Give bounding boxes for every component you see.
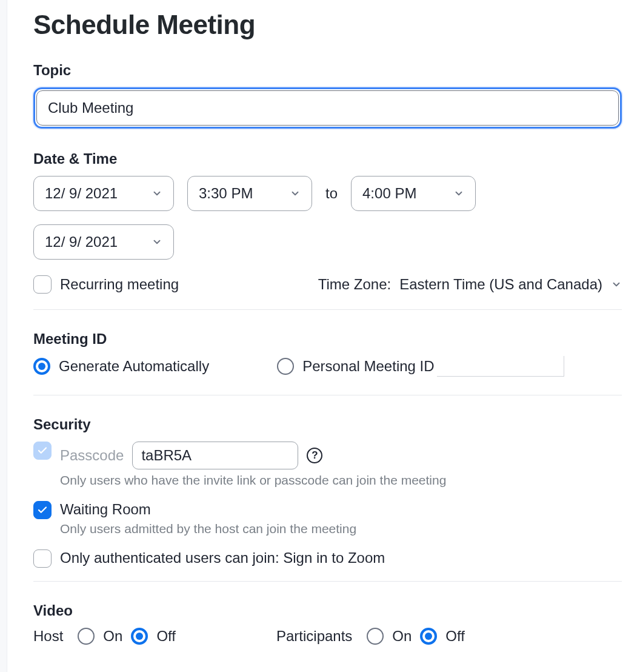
host-video-off-radio[interactable] bbox=[131, 628, 148, 645]
participants-video-off-radio[interactable] bbox=[420, 628, 437, 645]
topic-input-focus-ring bbox=[33, 87, 622, 129]
timezone-value: Eastern Time (US and Canada) bbox=[399, 276, 602, 293]
recurring-label: Recurring meeting bbox=[60, 276, 179, 293]
passcode-input[interactable] bbox=[132, 442, 298, 469]
window-left-edge bbox=[0, 0, 7, 663]
waiting-room-checkbox[interactable] bbox=[33, 501, 52, 519]
start-date-picker[interactable]: 12/ 9/ 2021 bbox=[33, 176, 174, 211]
security-label: Security bbox=[33, 416, 622, 433]
participants-video-on-label: On bbox=[392, 628, 412, 645]
start-date-value: 12/ 9/ 2021 bbox=[45, 185, 118, 202]
start-time-picker[interactable]: 3:30 PM bbox=[187, 176, 312, 211]
chevron-down-icon bbox=[290, 188, 301, 199]
recurring-meeting-option: Recurring meeting bbox=[33, 275, 179, 294]
host-video-on-label: On bbox=[103, 628, 122, 645]
participants-video-group: Participants On Off bbox=[276, 628, 465, 645]
generate-auto-radio[interactable] bbox=[33, 358, 50, 375]
chevron-down-icon bbox=[152, 188, 162, 199]
divider bbox=[33, 581, 622, 582]
personal-meeting-id-value bbox=[437, 356, 564, 377]
timezone-label: Time Zone: bbox=[318, 276, 391, 293]
host-video-on-radio[interactable] bbox=[78, 628, 95, 645]
host-video-group: Host On Off bbox=[33, 628, 176, 645]
generate-auto-label: Generate Automatically bbox=[59, 358, 209, 375]
end-time-value: 4:00 PM bbox=[362, 185, 416, 202]
passcode-label: Passcode bbox=[60, 447, 124, 464]
passcode-checkbox[interactable] bbox=[33, 442, 52, 460]
meeting-id-label: Meeting ID bbox=[33, 331, 622, 348]
help-icon[interactable]: ? bbox=[307, 448, 322, 463]
divider bbox=[33, 395, 622, 395]
host-video-label: Host bbox=[33, 628, 63, 645]
page-title: Schedule Meeting bbox=[33, 10, 622, 40]
participants-video-on-radio[interactable] bbox=[367, 628, 384, 645]
end-time-picker[interactable]: 4:00 PM bbox=[351, 176, 476, 211]
timezone-selector[interactable]: Time Zone: Eastern Time (US and Canada) bbox=[318, 276, 622, 293]
host-video-off-label: Off bbox=[156, 628, 176, 645]
chevron-down-icon bbox=[152, 237, 162, 247]
start-time-value: 3:30 PM bbox=[199, 185, 253, 202]
participants-video-label: Participants bbox=[276, 628, 352, 645]
personal-meeting-id-label: Personal Meeting ID bbox=[302, 358, 434, 375]
passcode-helper-text: Only users who have the invite link or p… bbox=[60, 473, 446, 488]
date-time-row: 12/ 9/ 2021 3:30 PM to 4:00 PM 12/ 9/ 20… bbox=[33, 176, 622, 260]
topic-input[interactable] bbox=[36, 90, 619, 126]
chevron-down-icon bbox=[453, 188, 464, 199]
chevron-down-icon bbox=[611, 279, 622, 290]
recurring-checkbox[interactable] bbox=[33, 275, 52, 294]
divider bbox=[33, 309, 622, 310]
waiting-room-helper-text: Only users admitted by the host can join… bbox=[60, 522, 356, 536]
authenticated-users-checkbox[interactable] bbox=[33, 549, 52, 568]
participants-video-off-label: Off bbox=[445, 628, 465, 645]
end-date-value: 12/ 9/ 2021 bbox=[45, 234, 118, 250]
authenticated-users-label: Only authenticated users can join: Sign … bbox=[60, 549, 385, 566]
personal-meeting-id-radio[interactable] bbox=[277, 358, 294, 375]
date-time-label: Date & Time bbox=[33, 150, 622, 167]
to-label: to bbox=[325, 185, 338, 202]
video-label: Video bbox=[33, 602, 622, 619]
waiting-room-label: Waiting Room bbox=[60, 501, 151, 518]
topic-label: Topic bbox=[33, 62, 622, 79]
end-date-picker[interactable]: 12/ 9/ 2021 bbox=[33, 224, 174, 260]
